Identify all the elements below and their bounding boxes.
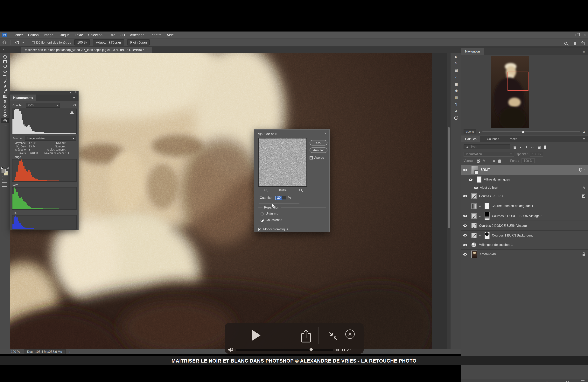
menu-fenetre[interactable]: Fenêtre (149, 33, 162, 37)
new-layer-icon[interactable] (574, 381, 577, 382)
search-icon[interactable] (564, 42, 567, 44)
menu-image[interactable]: Image (44, 33, 53, 37)
warning-icon[interactable] (70, 110, 74, 114)
link-mask-icon[interactable]: ∞ (479, 214, 481, 217)
default-colors-icon[interactable] (1, 167, 3, 169)
lock-paint-icon[interactable]: ✎ (483, 159, 485, 163)
layer-row-courbes-5-sepia[interactable]: Courbes 5 SEPIA (461, 191, 588, 201)
panel-menu-icon[interactable]: ≡ (583, 137, 585, 141)
status-zoom-value[interactable]: 100 % (11, 350, 20, 353)
layer-row-filtres-dynamiques[interactable]: Filtres dynamiques (461, 175, 588, 184)
lasso-tool[interactable] (1, 64, 9, 69)
visibility-toggle[interactable] (461, 250, 469, 259)
marquee-tool[interactable] (1, 59, 9, 64)
info-panel-icon[interactable]: i (451, 115, 462, 121)
share-icon[interactable] (581, 41, 585, 45)
visibility-toggle[interactable] (461, 191, 469, 201)
smart-filter-icon[interactable] (578, 168, 582, 171)
refresh-histogram-icon[interactable]: ↻ (73, 103, 76, 107)
scrollbar-thumb[interactable] (448, 127, 450, 228)
zoom-in-mountain-icon[interactable]: ▲ (583, 130, 586, 133)
visibility-toggle[interactable] (467, 175, 474, 184)
visibility-toggle[interactable] (461, 221, 469, 230)
layer-row-ajout-de-bruit[interactable]: Ajout de bruit⇆ (461, 184, 588, 191)
visibility-toggle[interactable] (472, 184, 480, 191)
visibility-toggle[interactable] (461, 165, 469, 175)
smart-object-thumbnail[interactable] (471, 166, 478, 174)
visibility-toggle[interactable] (461, 240, 469, 249)
close-tab-icon[interactable]: × (147, 48, 148, 52)
document-size-info[interactable]: Doc : 103,4 Mo/258,6 Mo (23, 349, 65, 354)
tab-couches[interactable]: Couches (483, 136, 503, 142)
scroll-all-windows-option[interactable]: Défilement des fenêtres (32, 41, 71, 44)
home-icon[interactable] (2, 41, 7, 44)
move-tool[interactable] (1, 54, 9, 59)
blend-mode-select[interactable]: Incrustation▾ (463, 152, 514, 157)
healing-brush-tool[interactable] (1, 84, 9, 89)
actions-panel-icon[interactable]: ▶ (451, 53, 462, 60)
curves-thumbnail[interactable] (471, 213, 477, 219)
layer-row-courbes-3-dodge-burn-vintage-2[interactable]: ∞Courbes 3 DODGE BURN Vintage 2 (461, 211, 588, 221)
filter-smart-objects-icon[interactable]: ▣ (538, 145, 541, 149)
screen-mode-button[interactable] (2, 182, 7, 187)
opacity-value[interactable]: 100 % (530, 152, 543, 157)
menu-3d[interactable]: 3D (120, 33, 125, 37)
adjustments-panel-icon[interactable]: ◐ (451, 74, 462, 81)
document-tab[interactable]: maitriser-noir-et-blanc-photoshop_video-… (21, 47, 152, 53)
panel-menu-icon[interactable]: ≡ (73, 95, 75, 100)
blur-tool[interactable] (1, 108, 9, 113)
filter-mask-thumbnail[interactable] (477, 176, 482, 183)
monochromatic-checkbox[interactable] (258, 228, 261, 231)
tab-overflow-icon[interactable]: » (3, 47, 4, 51)
lock-artboard-icon[interactable]: ▭ (493, 159, 495, 163)
menu-calque[interactable]: Calque (59, 33, 70, 37)
swatches-panel-icon[interactable]: ▥ (451, 94, 462, 101)
layer-mask-thumbnail[interactable] (484, 203, 489, 209)
panel-menu-icon[interactable]: ≡ (583, 49, 585, 54)
close-panel-icon[interactable]: × (75, 91, 77, 93)
lock-move-icon[interactable]: + (488, 159, 490, 163)
more-tools[interactable] (1, 123, 9, 128)
eraser-tool[interactable] (1, 104, 9, 108)
play-icon[interactable] (252, 330, 261, 341)
curves-thumbnail[interactable] (471, 193, 477, 199)
zoom-slider-thumb[interactable] (522, 130, 525, 133)
navigator-view-rectangle[interactable] (507, 72, 528, 91)
filter-type-layers-icon[interactable]: T (525, 145, 527, 149)
filter-blending-icon[interactable]: ⇆ (583, 186, 585, 190)
progress-bar[interactable] (236, 349, 333, 351)
minimize-icon[interactable] (567, 35, 570, 35)
layer-mask-thumbnail[interactable] (484, 212, 490, 220)
filter-toggle-icon[interactable] (544, 145, 546, 149)
channel-select[interactable]: RVB▾ (26, 103, 60, 108)
fullscreen-button[interactable]: Plein écran (127, 39, 150, 45)
background-thumbnail[interactable] (471, 250, 477, 258)
tab-calques[interactable]: Calques (461, 136, 481, 142)
character-panel-icon[interactable]: A (451, 108, 462, 115)
brush-tool[interactable] (1, 89, 9, 94)
add-adjustment-icon[interactable]: ◐ (560, 381, 562, 382)
layer-row-courbes-2-dodge-burn-vintage[interactable]: Courbes 2 DODGE BURN Vintage (461, 221, 588, 231)
tab-histogramme[interactable]: Histogramme (10, 95, 36, 101)
volume-icon[interactable] (228, 347, 233, 352)
layer-mask-thumbnail[interactable] (484, 232, 490, 239)
layer-filter-search[interactable] (463, 144, 510, 149)
layer-search-input[interactable] (470, 145, 501, 149)
chevron-down-icon[interactable]: ▾ (22, 41, 24, 44)
navigator-zoom-value[interactable]: 100 % (463, 129, 477, 134)
gradient-tool[interactable] (1, 94, 9, 99)
gaussian-radio[interactable] (261, 218, 264, 222)
color-panel-icon[interactable]: ◉ (451, 87, 462, 94)
close-player-icon[interactable]: ✕ (345, 329, 355, 339)
menu-affichage[interactable]: Affichage (130, 33, 145, 37)
layer-row-arri-re-plan[interactable]: Arrière-plan (461, 250, 588, 259)
zoom-out-mountain-icon[interactable]: ▴ (479, 130, 480, 133)
layer-row-courbe-transfert-de-d-grad-1[interactable]: ∞Courbe transfert de dégradé 1 (461, 201, 588, 211)
navigator-thumbnail[interactable] (491, 56, 529, 127)
menu-fichier[interactable]: Fichier (12, 33, 23, 37)
swap-colors-icon[interactable]: ⇄ (7, 167, 9, 169)
quick-mask-button[interactable] (2, 176, 7, 180)
layer-row-courbes-1-burn-background[interactable]: ∞Courbes 1 BURN Background (461, 231, 588, 240)
layer-style-icon[interactable]: fx (546, 381, 548, 382)
lock-all-icon[interactable] (498, 160, 501, 163)
